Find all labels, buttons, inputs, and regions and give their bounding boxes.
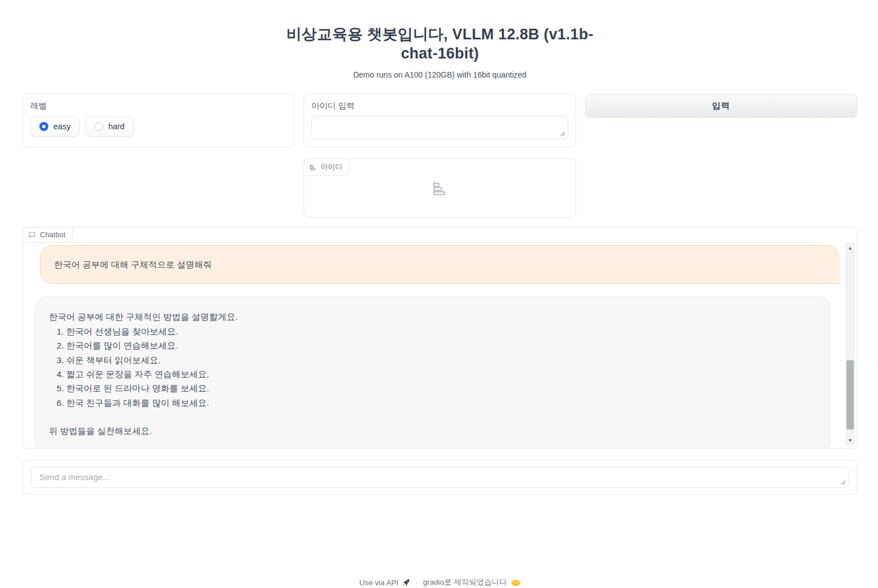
radio-unselected-icon <box>94 122 103 131</box>
bot-step: 짧고 쉬운 문장을 자주 연습해보세요. <box>66 367 816 381</box>
resize-handle-icon[interactable] <box>840 480 846 485</box>
id-label-tab: 아이디 <box>304 159 349 176</box>
chat-message-user: 한국어 공부에 대해 구체적으로 설명해줘 <box>40 245 839 284</box>
chatbot-tab: Chatbot <box>22 227 73 243</box>
id-label-panel: 아이디 <box>304 159 576 218</box>
bot-step: 한국어로 된 드라마나 영화를 보세요. <box>66 381 816 395</box>
bot-step: 한국어를 많이 연습해보세요. <box>66 338 816 352</box>
footer: Use via API · gradio로 제작되었습니다 <box>22 577 857 587</box>
id-input-wrap <box>311 116 568 139</box>
submit-column: 입력 <box>585 94 857 147</box>
bar-chart-placeholder-icon <box>431 180 448 197</box>
resize-handle-icon[interactable] <box>560 131 565 137</box>
bot-message-outro: 위 방법들을 실천해보세요. <box>49 424 816 438</box>
page-subtitle: Demo runs on A100 (120GB) with 16bit qua… <box>22 70 857 79</box>
id-input-field[interactable] <box>311 116 568 139</box>
label-row: 아이디 <box>22 159 857 218</box>
chatbot-panel: Chatbot 한국어 공부에 대해 구체적으로 설명해줘 한국어 공부에 대한… <box>22 227 857 449</box>
message-input-panel <box>22 460 857 495</box>
chat-message-list: 한국어 공부에 대해 구체적으로 설명해줘 한국어 공부에 대한 구체적인 방법… <box>23 228 847 448</box>
level-panel: 레벨 easy hard <box>22 94 295 147</box>
radio-option-easy-label: easy <box>53 122 71 131</box>
chatbot-label: Chatbot <box>40 230 66 239</box>
user-message-text: 한국어 공부에 대해 구체적으로 설명해줘 <box>54 260 212 269</box>
level-radio-group: easy hard <box>30 116 287 137</box>
radio-option-easy[interactable]: easy <box>30 116 80 137</box>
built-with-gradio-link[interactable]: gradio로 제작되었습니다 <box>423 577 521 587</box>
scrollbar-thumb[interactable] <box>847 360 854 429</box>
scroll-down-arrow-icon[interactable]: ▼ <box>845 436 855 445</box>
radio-option-hard[interactable]: hard <box>85 116 134 137</box>
message-input-field[interactable] <box>31 467 849 488</box>
header: 비상교육용 챗봇입니다, VLLM 12.8B (v1.1b-chat-16bi… <box>22 0 857 79</box>
bar-chart-icon <box>309 164 316 171</box>
top-row: 레벨 easy hard 아이디 입력 입력 <box>22 94 857 147</box>
page-title: 비상교육용 챗봇입니다, VLLM 12.8B (v1.1b-chat-16bi… <box>278 25 601 63</box>
bot-message-steps: 한국어 선생님을 찾아보세요. 한국어를 많이 연습해보세요. 쉬운 책부터 읽… <box>49 324 816 410</box>
id-input-label: 아이디 입력 <box>311 101 568 111</box>
bot-step: 한국 친구들과 대화를 많이 해보세요. <box>66 396 816 410</box>
id-label-title: 아이디 <box>320 162 342 172</box>
footer-separator: · <box>415 578 418 587</box>
use-via-api-label: Use via API <box>359 578 399 587</box>
radio-selected-icon <box>39 122 48 131</box>
built-with-gradio-label: gradio로 제작되었습니다 <box>423 577 507 587</box>
bot-step: 한국어 선생님을 찾아보세요. <box>66 324 816 338</box>
id-input-panel: 아이디 입력 <box>304 94 576 147</box>
scroll-up-arrow-icon[interactable]: ▲ <box>845 243 855 252</box>
gradio-logo-icon <box>511 579 521 586</box>
rocket-icon <box>402 578 410 586</box>
chat-message-bot: 한국어 공부에 대한 구체적인 방법을 설명할게요. 한국어 선생님을 찾아보세… <box>35 296 830 448</box>
radio-option-hard-label: hard <box>108 122 125 131</box>
chat-bubble-icon <box>28 231 36 238</box>
submit-button[interactable]: 입력 <box>585 94 857 117</box>
gradio-app: 비상교육용 챗봇입니다, VLLM 12.8B (v1.1b-chat-16bi… <box>0 0 878 588</box>
message-input-wrap <box>31 467 849 488</box>
bot-step: 쉬운 책부터 읽어보세요. <box>66 353 816 367</box>
use-via-api-link[interactable]: Use via API <box>359 578 410 587</box>
bot-message-intro: 한국어 공부에 대한 구체적인 방법을 설명할게요. <box>49 310 816 324</box>
level-label: 레벨 <box>30 101 287 111</box>
chat-scrollbar[interactable]: ▲ ▼ <box>845 242 855 446</box>
